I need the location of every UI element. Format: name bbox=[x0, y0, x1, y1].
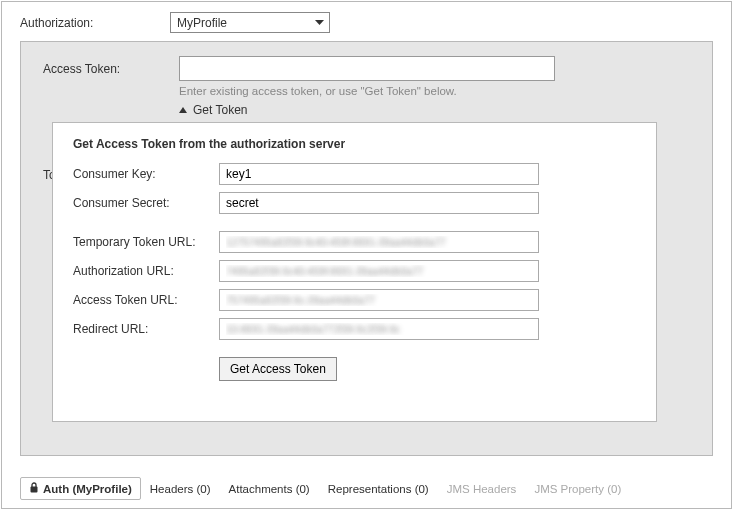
tab-auth-label: Auth (MyProfile) bbox=[43, 483, 132, 495]
get-access-token-button-row: Get Access Token bbox=[73, 357, 636, 381]
tab-attachments[interactable]: Attachments (0) bbox=[220, 478, 319, 500]
consumer-secret-row: Consumer Secret: bbox=[73, 192, 636, 214]
authorization-url-input[interactable] bbox=[219, 260, 539, 282]
temp-token-url-row: Temporary Token URL: bbox=[73, 231, 636, 253]
tab-auth[interactable]: Auth (MyProfile) bbox=[20, 477, 141, 500]
consumer-key-label: Consumer Key: bbox=[73, 167, 219, 181]
authorization-profile-value: MyProfile bbox=[177, 16, 227, 30]
popup-title: Get Access Token from the authorization … bbox=[73, 137, 636, 151]
access-token-hint: Enter existing access token, or use "Get… bbox=[179, 83, 712, 101]
svg-rect-1 bbox=[31, 487, 38, 493]
lock-icon bbox=[29, 482, 39, 495]
triangle-up-icon bbox=[179, 107, 187, 113]
get-access-token-button[interactable]: Get Access Token bbox=[219, 357, 337, 381]
redirect-url-input[interactable] bbox=[219, 318, 539, 340]
redirect-url-label: Redirect URL: bbox=[73, 322, 219, 336]
window-frame: Authorization: MyProfile Access Token: E… bbox=[1, 1, 732, 509]
get-token-toggle[interactable]: Get Token bbox=[179, 101, 269, 121]
tab-attachments-label: Attachments (0) bbox=[229, 483, 310, 495]
consumer-secret-label: Consumer Secret: bbox=[73, 196, 219, 210]
get-access-token-popup: Get Access Token from the authorization … bbox=[52, 122, 657, 422]
redirect-url-row: Redirect URL: bbox=[73, 318, 636, 340]
access-token-input[interactable] bbox=[179, 56, 555, 81]
authorization-profile-select[interactable]: MyProfile bbox=[170, 12, 330, 33]
consumer-key-input[interactable] bbox=[219, 163, 539, 185]
consumer-secret-input[interactable] bbox=[219, 192, 539, 214]
temp-token-url-input[interactable] bbox=[219, 231, 539, 253]
tab-jms-headers: JMS Headers bbox=[438, 478, 526, 500]
tab-representations[interactable]: Representations (0) bbox=[319, 478, 438, 500]
consumer-key-row: Consumer Key: bbox=[73, 163, 636, 185]
access-token-row: Access Token: bbox=[21, 42, 712, 83]
tab-jms-property: JMS Property (0) bbox=[525, 478, 630, 500]
get-token-toggle-label: Get Token bbox=[193, 103, 247, 117]
tab-headers[interactable]: Headers (0) bbox=[141, 478, 220, 500]
access-token-url-row: Access Token URL: bbox=[73, 289, 636, 311]
authorization-url-row: Authorization URL: bbox=[73, 260, 636, 282]
authorization-url-label: Authorization URL: bbox=[73, 264, 219, 278]
tab-representations-label: Representations (0) bbox=[328, 483, 429, 495]
tab-jms-property-label: JMS Property (0) bbox=[534, 483, 621, 495]
authorization-row: Authorization: MyProfile bbox=[2, 2, 731, 41]
access-token-url-label: Access Token URL: bbox=[73, 293, 219, 307]
bottom-tabs: Auth (MyProfile) Headers (0) Attachments… bbox=[20, 477, 713, 500]
tab-jms-headers-label: JMS Headers bbox=[447, 483, 517, 495]
authorization-label: Authorization: bbox=[20, 16, 170, 30]
tab-headers-label: Headers (0) bbox=[150, 483, 211, 495]
access-token-url-input[interactable] bbox=[219, 289, 539, 311]
chevron-down-icon bbox=[312, 15, 327, 30]
temp-token-url-label: Temporary Token URL: bbox=[73, 235, 219, 249]
access-token-label: Access Token: bbox=[43, 62, 179, 76]
svg-marker-0 bbox=[315, 20, 324, 25]
